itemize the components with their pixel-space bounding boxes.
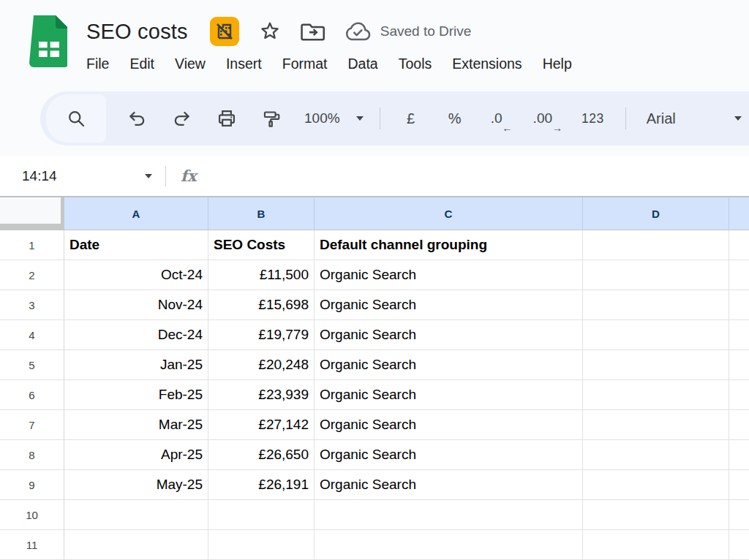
cell-B5[interactable]: £20,248 (208, 350, 315, 380)
cell-A6[interactable]: Feb-25 (64, 380, 208, 410)
cell-E11[interactable] (729, 530, 749, 560)
cell-A5[interactable]: Jan-25 (64, 350, 208, 380)
cell-A2[interactable]: Oct-24 (64, 260, 208, 290)
currency-format-button[interactable]: £ (402, 104, 421, 133)
cell-B10[interactable] (208, 500, 315, 530)
formula-input[interactable] (197, 156, 749, 196)
col-header-A[interactable]: A (64, 197, 208, 230)
cell-A9[interactable]: May-25 (64, 470, 208, 500)
sheets-logo-icon[interactable] (29, 15, 67, 67)
print-button[interactable] (217, 104, 237, 133)
col-header-C[interactable]: C (315, 197, 583, 230)
row-header-2[interactable]: 2 (0, 260, 64, 290)
cell-D9[interactable] (583, 470, 729, 500)
cell-E8[interactable] (729, 440, 749, 470)
menu-tools[interactable]: Tools (388, 53, 443, 75)
menu-file[interactable]: File (76, 53, 119, 75)
row-header-1[interactable]: 1 (0, 230, 64, 260)
document-title[interactable]: SEO costs (86, 20, 188, 44)
cell-D10[interactable] (583, 500, 729, 530)
cell-C6[interactable]: Organic Search (315, 380, 583, 410)
cell-C11[interactable] (315, 530, 583, 560)
col-header-E[interactable] (729, 197, 749, 230)
menu-extensions[interactable]: Extensions (442, 53, 532, 75)
row-header-3[interactable]: 3 (0, 290, 64, 320)
star-button[interactable] (258, 20, 282, 43)
name-box[interactable]: 14:14 (22, 168, 152, 184)
cell-D1[interactable] (583, 230, 729, 260)
cell-D3[interactable] (583, 290, 729, 320)
menu-data[interactable]: Data (338, 53, 388, 75)
cell-D11[interactable] (583, 530, 729, 560)
cell-A1[interactable]: Date (64, 230, 208, 260)
select-all-corner[interactable] (0, 197, 64, 230)
cell-D7[interactable] (583, 410, 729, 440)
more-formats-button[interactable]: 123 (581, 104, 604, 133)
cell-C2[interactable]: Organic Search (315, 260, 583, 290)
cell-E7[interactable] (729, 410, 749, 440)
cell-E2[interactable] (729, 260, 749, 290)
col-header-D[interactable]: D (583, 197, 729, 230)
cell-C8[interactable]: Organic Search (315, 440, 583, 470)
cell-B2[interactable]: £11,500 (208, 260, 315, 290)
menu-view[interactable]: View (165, 53, 216, 75)
cell-B11[interactable] (208, 530, 315, 560)
cell-D6[interactable] (583, 380, 729, 410)
cell-E3[interactable] (729, 290, 749, 320)
percent-format-button[interactable]: % (445, 104, 464, 133)
row-header-7[interactable]: 7 (0, 410, 64, 440)
cell-B1[interactable]: SEO Costs (208, 230, 315, 260)
menu-insert[interactable]: Insert (216, 53, 272, 75)
undo-button[interactable] (127, 104, 147, 133)
cell-A10[interactable] (64, 500, 208, 530)
cell-D2[interactable] (583, 260, 729, 290)
row-header-9[interactable]: 9 (0, 470, 64, 500)
cell-D8[interactable] (583, 440, 729, 470)
cell-E9[interactable] (729, 470, 749, 500)
row-header-11[interactable]: 11 (0, 530, 64, 560)
cell-A8[interactable]: Apr-25 (64, 440, 208, 470)
move-folder-button[interactable] (301, 20, 325, 42)
cell-C10[interactable] (315, 500, 583, 530)
row-header-6[interactable]: 6 (0, 380, 64, 410)
cell-C7[interactable]: Organic Search (315, 410, 583, 440)
cell-E4[interactable] (729, 320, 749, 350)
row-header-8[interactable]: 8 (0, 440, 64, 470)
cell-C5[interactable]: Organic Search (315, 350, 583, 380)
cell-B7[interactable]: £27,142 (208, 410, 315, 440)
cell-A11[interactable] (64, 530, 208, 560)
cell-B3[interactable]: £15,698 (208, 290, 315, 320)
cell-B9[interactable]: £26,191 (208, 470, 315, 500)
cell-C9[interactable]: Organic Search (315, 470, 583, 500)
row-header-4[interactable]: 4 (0, 320, 64, 350)
menu-edit[interactable]: Edit (119, 53, 165, 75)
cell-E10[interactable] (729, 500, 749, 530)
cell-C1[interactable]: Default channel grouping (315, 230, 583, 260)
cell-D4[interactable] (583, 320, 729, 350)
search-button[interactable] (46, 94, 106, 143)
font-select[interactable]: Arial (647, 110, 749, 127)
saved-status[interactable]: Saved to Drive (380, 23, 472, 39)
menu-help[interactable]: Help (532, 53, 582, 75)
cell-E1[interactable] (729, 230, 749, 260)
col-header-B[interactable]: B (208, 197, 315, 230)
cell-E6[interactable] (729, 380, 749, 410)
cell-B8[interactable]: £26,650 (208, 440, 315, 470)
cell-A7[interactable]: Mar-25 (64, 410, 208, 440)
cell-D5[interactable] (583, 350, 729, 380)
cell-B4[interactable]: £19,779 (208, 320, 315, 350)
cell-C3[interactable]: Organic Search (315, 290, 583, 320)
increase-decimal-button[interactable]: .00→ (533, 104, 557, 133)
row-header-10[interactable]: 10 (0, 500, 64, 530)
cell-A3[interactable]: Nov-24 (64, 290, 208, 320)
paint-format-button[interactable] (262, 104, 282, 133)
redo-button[interactable] (172, 104, 192, 133)
zoom-select[interactable]: 100% (304, 110, 364, 126)
cell-A4[interactable]: Dec-24 (64, 320, 208, 350)
cell-C4[interactable]: Organic Search (315, 320, 583, 350)
row-header-5[interactable]: 5 (0, 350, 64, 380)
cell-B6[interactable]: £23,939 (208, 380, 315, 410)
workspace-restricted-badge-icon[interactable] (210, 17, 239, 46)
cell-E5[interactable] (729, 350, 749, 380)
decrease-decimal-button[interactable]: .0← (489, 104, 508, 133)
